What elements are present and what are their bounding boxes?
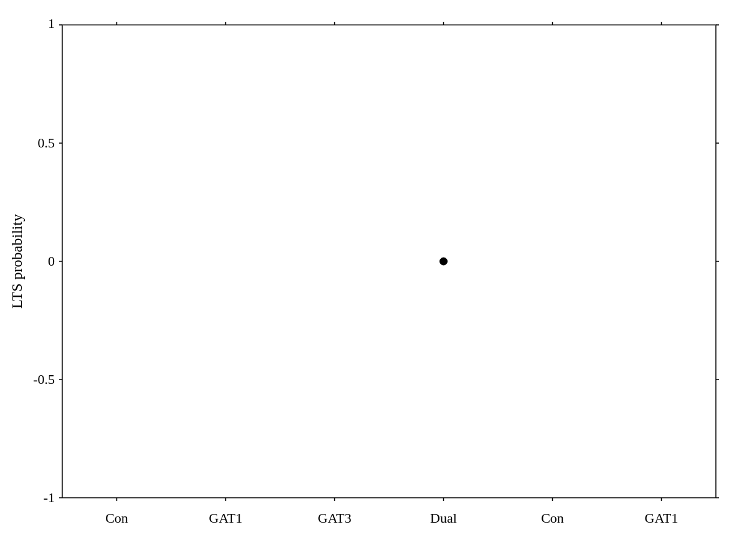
xlabel-con1: Con (105, 510, 128, 526)
plot-area (62, 25, 716, 498)
ytick-label-0: 0 (48, 253, 55, 269)
data-point-dual (440, 258, 448, 265)
ytick-label-05: 0.5 (38, 135, 55, 151)
xlabel-con2: Con (541, 510, 564, 526)
xlabel-gat1-2: GAT1 (645, 510, 679, 526)
ytick-label-1: 1 (48, 16, 55, 31)
ytick-label-neg05: -0.5 (33, 371, 55, 387)
chart-container: 1 0.5 0 -0.5 -1 (0, 0, 747, 560)
yaxis-label: LTS probability (9, 214, 25, 309)
xlabel-dual: Dual (430, 510, 457, 526)
xlabel-gat1-1: GAT1 (209, 510, 243, 526)
xlabel-gat3: GAT3 (318, 510, 352, 526)
ytick-label-neg1: -1 (44, 490, 55, 505)
chart-svg: 1 0.5 0 -0.5 -1 (0, 0, 747, 560)
